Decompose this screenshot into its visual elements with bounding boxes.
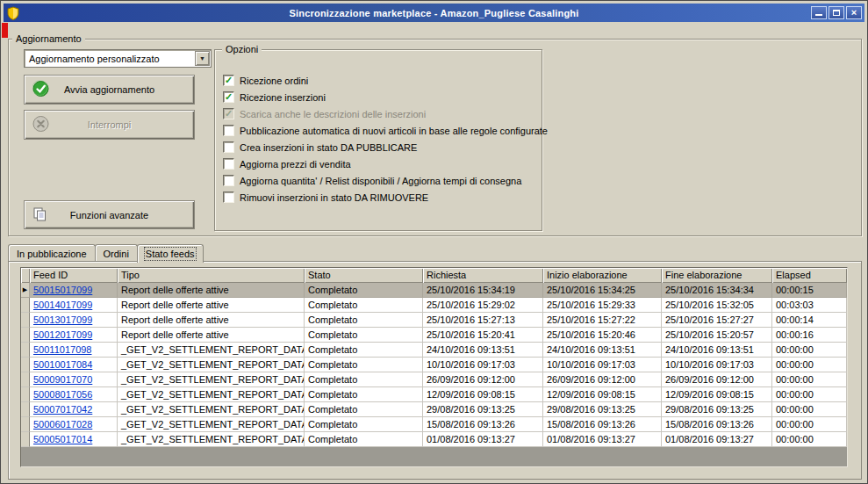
- tab-ordini[interactable]: Ordini: [95, 244, 138, 262]
- table-cell: _GET_V2_SETTLEMENT_REPORT_DATA_...: [118, 358, 305, 372]
- table-cell: 00:00:15: [772, 283, 847, 298]
- column-header[interactable]: Tipo: [118, 268, 305, 283]
- table-cell: Completato: [305, 298, 423, 313]
- maximize-button[interactable]: [829, 6, 844, 19]
- checkbox-item[interactable]: Pubblicazione automatica di nuovi artico…: [223, 125, 535, 136]
- checkbox-box[interactable]: [223, 158, 234, 170]
- checkbox-box[interactable]: ✓: [223, 75, 234, 86]
- table-row[interactable]: 50012017099Report delle offerte attiveCo…: [21, 328, 847, 343]
- checkbox-item[interactable]: ✓Ricezione ordini: [223, 75, 535, 86]
- row-selector[interactable]: [21, 298, 30, 313]
- feed-id-link[interactable]: 50009017070: [30, 372, 118, 387]
- row-selector[interactable]: [21, 432, 30, 447]
- checkbox-item[interactable]: ✓Ricezione inserzioni: [223, 91, 535, 103]
- column-header[interactable]: Richiesta: [423, 268, 543, 283]
- checkbox-box[interactable]: [223, 191, 234, 203]
- advanced-functions-icon: [32, 206, 47, 223]
- table-row[interactable]: 50009017070_GET_V2_SETTLEMENT_REPORT_DAT…: [21, 372, 847, 387]
- close-button[interactable]: ×: [846, 6, 862, 19]
- table-cell: Report delle offerte attive: [118, 328, 305, 343]
- table-cell: _GET_V2_SETTLEMENT_REPORT_DATA_...: [118, 372, 305, 387]
- row-selector[interactable]: [21, 387, 30, 402]
- feed-id-link[interactable]: 50012017099: [30, 328, 118, 343]
- checkbox-box[interactable]: [223, 175, 234, 186]
- table-cell: 26/09/2016 09:12:00: [423, 372, 543, 387]
- feed-id-link[interactable]: 50013017099: [30, 313, 118, 328]
- tab-label: In pubblicazione: [17, 249, 87, 259]
- column-header[interactable]: Elapsed: [772, 268, 847, 283]
- feed-id-link[interactable]: 50010017084: [30, 358, 118, 372]
- minimize-button[interactable]: [811, 6, 827, 19]
- table-cell: 26/09/2016 09:12:00: [662, 372, 772, 387]
- checkbox-item[interactable]: Rimuovi inserzioni in stato DA RIMUOVERE: [223, 191, 535, 203]
- grid-header: Feed IDTipoStatoRichiestaInizio elaboraz…: [21, 268, 847, 283]
- avvia-aggiornamento-button[interactable]: Avvia aggiornamento: [24, 75, 195, 105]
- feeds-grid-body: ▶50015017099Report delle offerte attiveC…: [21, 283, 847, 447]
- table-cell: Completato: [305, 372, 423, 387]
- row-selector[interactable]: [21, 358, 30, 372]
- table-cell: 24/10/2016 09:13:51: [543, 343, 662, 358]
- feed-id-link[interactable]: 50006017028: [30, 417, 118, 432]
- table-cell: 00:00:14: [772, 313, 847, 328]
- checkbox-label: Pubblicazione automatica di nuovi artico…: [234, 126, 548, 136]
- feed-id-link[interactable]: 50005017014: [30, 432, 118, 447]
- row-selector[interactable]: [21, 328, 30, 343]
- table-row[interactable]: 50008017056_GET_V2_SETTLEMENT_REPORT_DAT…: [21, 387, 847, 402]
- tab-label: Ordini: [104, 249, 129, 259]
- maximize-icon: [833, 10, 840, 16]
- checkbox-item[interactable]: Aggiorna quantita' / Relist disponibili …: [223, 175, 535, 186]
- row-selector[interactable]: [21, 313, 30, 328]
- row-selector[interactable]: [21, 417, 30, 432]
- column-header[interactable]: Feed ID: [30, 268, 118, 283]
- table-cell: 25/10/2016 15:27:22: [543, 313, 662, 328]
- tab-in-pubblicazione[interactable]: In pubblicazione: [8, 244, 96, 262]
- row-selector[interactable]: [21, 402, 30, 417]
- column-header[interactable]: Stato: [305, 268, 423, 283]
- row-selector[interactable]: [21, 372, 30, 387]
- table-row[interactable]: 50010017084_GET_V2_SETTLEMENT_REPORT_DAT…: [21, 358, 847, 372]
- table-row[interactable]: 50007017042_GET_V2_SETTLEMENT_REPORT_DAT…: [21, 402, 847, 417]
- table-cell: 10/10/2016 09:17:03: [662, 358, 772, 372]
- checkbox-box[interactable]: [223, 125, 234, 136]
- feed-id-link[interactable]: 50014017099: [30, 298, 118, 313]
- tab-stato-feeds[interactable]: Stato feeds: [137, 244, 204, 263]
- checkbox-item[interactable]: Aggiorna prezzi di vendita: [223, 158, 535, 170]
- row-selector[interactable]: [21, 343, 30, 358]
- table-row[interactable]: ▶50015017099Report delle offerte attiveC…: [21, 283, 847, 298]
- checkbox-label: Ricezione inserzioni: [234, 92, 326, 103]
- table-cell: 25/10/2016 15:34:25: [543, 283, 662, 298]
- table-cell: Report delle offerte attive: [118, 313, 305, 328]
- table-row[interactable]: 50011017098_GET_V2_SETTLEMENT_REPORT_DAT…: [21, 343, 847, 358]
- table-cell: 00:00:00: [772, 372, 847, 387]
- chevron-down-icon[interactable]: ▼: [195, 51, 210, 66]
- table-cell: 25/10/2016 15:20:46: [543, 328, 662, 343]
- checkbox-box[interactable]: ✓: [223, 91, 234, 103]
- tab-label: Stato feeds: [146, 249, 195, 259]
- table-row[interactable]: 50005017014_GET_V2_SETTLEMENT_REPORT_DAT…: [21, 432, 847, 447]
- feed-id-link[interactable]: 50008017056: [30, 387, 118, 402]
- tabbar: In pubblicazione Ordini Stato feeds: [8, 244, 204, 262]
- table-row[interactable]: 50006017028_GET_V2_SETTLEMENT_REPORT_DAT…: [21, 417, 847, 432]
- table-cell: 00:00:16: [772, 328, 847, 343]
- table-cell: _GET_V2_SETTLEMENT_REPORT_DATA_...: [118, 387, 305, 402]
- column-header[interactable]: Fine elaborazione: [662, 268, 772, 283]
- funzioni-avanzate-button[interactable]: Funzioni avanzate: [24, 200, 195, 229]
- table-cell: Completato: [305, 283, 423, 298]
- interrompi-button[interactable]: Interrompi: [24, 110, 195, 140]
- column-header[interactable]: Inizio elaborazione: [543, 268, 662, 283]
- checkbox-label: Scarica anche le descrizioni delle inser…: [234, 109, 426, 119]
- table-row[interactable]: 50014017099Report delle offerte attiveCo…: [21, 298, 847, 313]
- feeds-grid: Feed IDTipoStatoRichiestaInizio elaboraz…: [20, 267, 848, 467]
- table-cell: 12/09/2016 09:08:15: [662, 387, 772, 402]
- checkbox-label: Ricezione ordini: [234, 76, 308, 86]
- checkbox-box[interactable]: [223, 141, 234, 153]
- feed-id-link[interactable]: 50011017098: [30, 343, 118, 358]
- table-row[interactable]: 50013017099Report delle offerte attiveCo…: [21, 313, 847, 328]
- row-selector[interactable]: ▶: [21, 283, 30, 298]
- checkbox-item[interactable]: Crea inserzioni in stato DA PUBBLICARE: [223, 141, 535, 153]
- feed-id-link[interactable]: 50007017042: [30, 402, 118, 417]
- titlebar[interactable]: Sincronizzazione marketplace - Amazon_Pu…: [4, 4, 864, 22]
- checkbox-label: Aggiorna prezzi di vendita: [234, 159, 351, 170]
- feed-id-link[interactable]: 50015017099: [30, 283, 118, 298]
- update-type-dropdown[interactable]: Aggiornamento personalizzato ▼: [24, 49, 212, 68]
